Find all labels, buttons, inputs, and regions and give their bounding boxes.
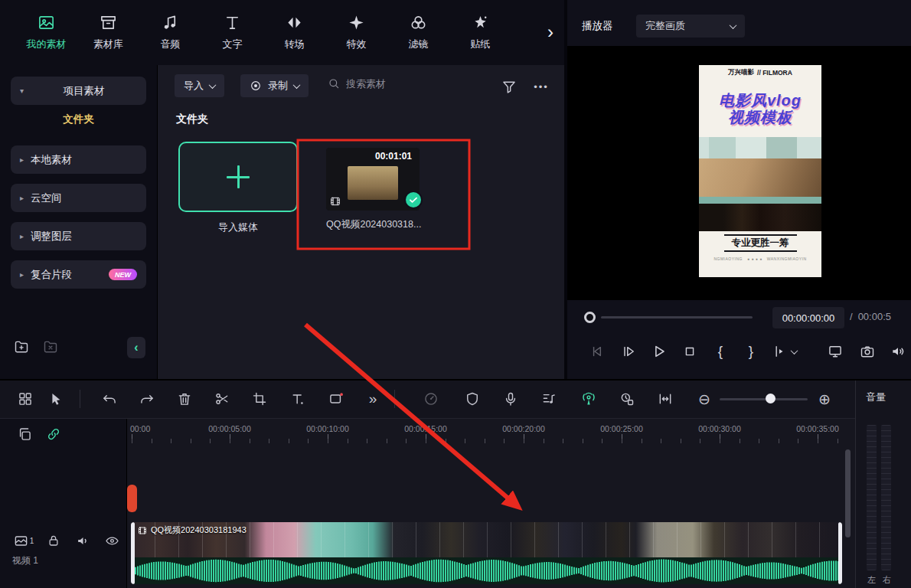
tab-transitions[interactable]: 转场 [263, 0, 325, 65]
add-title-button[interactable] [286, 387, 309, 410]
play-speed-button[interactable] [618, 341, 639, 362]
add-overlay-button[interactable] [325, 387, 348, 410]
tab-my-media[interactable]: 我的素材 [15, 0, 77, 65]
delete-button[interactable] [173, 387, 196, 410]
clock-edit-icon [619, 391, 635, 407]
filter-sort-button[interactable] [499, 77, 519, 96]
import-media-card[interactable] [178, 142, 298, 212]
funnel-icon [501, 79, 517, 94]
undo-button[interactable] [98, 387, 121, 410]
fit-screen-button[interactable] [824, 341, 846, 362]
crop-button[interactable] [248, 387, 271, 410]
mute-button[interactable] [887, 341, 909, 362]
previous-frame-button[interactable] [587, 341, 609, 362]
playhead-handle[interactable] [127, 485, 137, 512]
stop-button[interactable] [679, 341, 700, 362]
select-tool-button[interactable] [44, 387, 67, 410]
track-header-panel: 1 视频 1 [0, 419, 127, 588]
seek-knob[interactable] [584, 312, 596, 323]
snapshot-button[interactable] [857, 341, 878, 362]
zoom-out-button[interactable]: ⊖ [693, 387, 716, 410]
clip-trim-handle-left[interactable] [131, 522, 135, 584]
sidebar-item-adjustment-layer[interactable]: ▸ 调整图层 [11, 222, 146, 250]
preview-mode-dropdown[interactable] [768, 341, 802, 362]
timeline-zoom-slider[interactable] [720, 398, 808, 400]
tab-stickers[interactable]: 贴纸 [449, 0, 511, 65]
track-name: 视频 1 [12, 554, 38, 567]
more-tools-button[interactable]: » [361, 387, 384, 410]
mark-in-button[interactable]: { [710, 341, 731, 362]
timeline-clip[interactable]: QQ视频20240303181943 [131, 522, 842, 584]
record-button-label: 录制 [268, 79, 288, 93]
speed-button[interactable] [420, 387, 442, 410]
sidebar-item-cloud[interactable]: ▸ 云空间 [11, 184, 146, 212]
tab-filters[interactable]: 滤镜 [387, 0, 449, 65]
search-input[interactable] [346, 78, 438, 90]
timeline-zoom-knob[interactable] [766, 394, 775, 403]
overlay-box-icon [328, 391, 344, 407]
ruler-minor-ticks[interactable] [132, 439, 851, 443]
mute-track-button[interactable] [73, 531, 92, 550]
redo-button[interactable] [136, 387, 158, 410]
sidebar-item-local-media[interactable]: ▸ 本地素材 [11, 145, 146, 174]
track-manager-button[interactable] [14, 387, 37, 410]
caret-right-icon: ▸ [20, 194, 24, 202]
mask-button[interactable] [461, 387, 484, 410]
collapse-sidebar-button[interactable]: ‹ [127, 337, 145, 358]
import-media-label: 导入媒体 [178, 220, 298, 234]
sidebar-item-label: 本地素材 [31, 153, 72, 167]
beat-marker-button[interactable] [577, 387, 600, 410]
speaker-icon [76, 534, 90, 548]
player-title: 播放器 [582, 19, 613, 33]
current-time: 00:00:00:00 [772, 307, 844, 328]
audio-icon [162, 14, 179, 31]
top-nav: 我的素材 素材库 音频 文字 转场 特效 滤镜 贴纸 [0, 0, 564, 65]
new-folder-button[interactable] [14, 339, 32, 358]
player-panel: 播放器 完整画质 万兴喵影 // FILMORA 电影风vlog 视频模板 [567, 0, 911, 379]
tab-text[interactable]: 文字 [201, 0, 263, 65]
video-track-icon [14, 534, 28, 548]
duration-button[interactable] [615, 387, 638, 410]
tab-audio[interactable]: 音频 [139, 0, 201, 65]
media-clip-item[interactable]: 00:01:01 [326, 148, 420, 211]
search-icon [328, 77, 340, 90]
timeline-scrollbar[interactable] [845, 449, 851, 537]
lock-track-button[interactable] [44, 531, 63, 550]
hide-track-button[interactable] [103, 531, 121, 550]
sidebar-item-project-media[interactable]: ▾ 项目素材 [11, 77, 146, 105]
voiceover-button[interactable] [499, 387, 522, 410]
record-button[interactable]: 录制 [240, 74, 309, 97]
delete-folder-button[interactable] [43, 339, 61, 358]
shield-icon [465, 391, 480, 407]
ruler-label: 00:00:15:00 [398, 424, 453, 433]
sidebar-item-folder-selected[interactable]: 文件夹 [0, 113, 157, 126]
media-clip-title: QQ视频2024030318... [326, 218, 479, 231]
quality-dropdown[interactable]: 完整画质 [636, 15, 745, 38]
audio-tools-button[interactable] [537, 387, 560, 410]
fit-timeline-button[interactable] [654, 387, 677, 410]
monitor-icon [828, 344, 843, 359]
seek-bar[interactable] [601, 316, 753, 318]
ruler-label: 00:00:30:00 [692, 424, 747, 433]
import-button[interactable]: 导入 [175, 74, 224, 97]
mark-out-button[interactable]: } [740, 341, 762, 362]
timeline-panel: » ⊖ ⊕ [0, 379, 911, 588]
tab-stock-library[interactable]: 素材库 [77, 0, 139, 65]
waveform-path [133, 560, 838, 583]
sidebar-item-compound-clip[interactable]: ▸ 复合片段 NEW [11, 260, 146, 289]
zoom-in-button[interactable]: ⊕ [813, 387, 836, 410]
sticker-icon [472, 14, 489, 31]
preview-footer: NGMIAOYING ● ● ● ● WANXINGMIAOYIN [699, 254, 821, 263]
play-button[interactable] [648, 341, 670, 362]
volume-meter-panel: 音量 左 右 [855, 381, 911, 588]
copy-track-button[interactable] [15, 425, 34, 443]
split-button[interactable] [211, 387, 233, 410]
nav-more-button[interactable]: › [547, 21, 553, 43]
tab-effects[interactable]: 特效 [325, 0, 387, 65]
clip-trim-handle-right[interactable] [838, 522, 842, 584]
lock-icon [47, 534, 60, 547]
sidebar-item-label: 复合片段 [31, 268, 72, 282]
more-options-button[interactable]: ••• [531, 77, 551, 96]
link-clips-button[interactable] [44, 425, 63, 443]
tab-label: 滤镜 [409, 38, 429, 51]
